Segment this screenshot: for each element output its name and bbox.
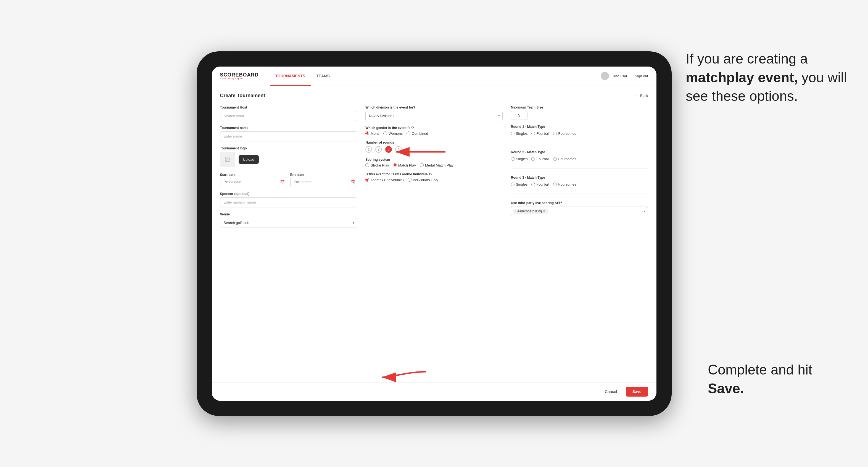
round3-label: Round 3 - Match Type (511, 176, 648, 180)
form-column-1: Tournament Host Tournament name Tourname… (220, 105, 358, 228)
round1-fourball[interactable]: Fourball (531, 131, 549, 135)
sign-out-link[interactable]: Sign out (635, 74, 648, 78)
round-3[interactable]: 3 (385, 146, 392, 153)
start-date-input[interactable] (220, 177, 287, 187)
max-team-size-group: Maximum Team Size (511, 105, 648, 120)
round3-match-options: Singles Fourball Foursomes (511, 182, 648, 186)
divider-2 (511, 168, 648, 168)
round2-singles[interactable]: Singles (511, 157, 528, 161)
annotation-right-bold: matchplay event, (686, 70, 798, 85)
api-tag: Leaderboard King ✕ (514, 209, 548, 214)
logo-text: SCOREBOARD (220, 72, 259, 77)
round3-match-type-group: Round 3 - Match Type Singles Fourball (511, 176, 648, 186)
form-columns: Tournament Host Tournament name Tourname… (220, 105, 648, 228)
tournament-logo-group: Tournament logo Upload (220, 146, 358, 167)
teams-radio-group: Teams (+Individuals) Individuals Only (365, 178, 503, 182)
logo-area: SCOREBOARD Powered by clippit (220, 72, 259, 80)
tournament-host-label: Tournament Host (220, 105, 358, 110)
venue-label: Venue (220, 212, 358, 216)
individuals-option[interactable]: Individuals Only (408, 178, 438, 182)
form-header: Create Tournament ← Back (220, 93, 648, 99)
round1-singles[interactable]: Singles (511, 131, 528, 135)
tournament-name-label: Tournament name (220, 126, 358, 130)
tablet-frame: SCOREBOARD Powered by clippit TOURNAMENT… (197, 51, 672, 416)
round3-fourball[interactable]: Fourball (531, 182, 549, 186)
gender-label: Which gender is the event for? (365, 126, 503, 130)
dates-group: Start date 📅 End date (220, 172, 358, 187)
arrow-bottom-svg (379, 364, 429, 385)
tab-tournaments[interactable]: TOURNAMENTS (270, 67, 311, 86)
round1-match-options: Singles Fourball Foursomes (511, 131, 648, 135)
gender-combined[interactable]: Combined (406, 131, 428, 135)
gender-mens[interactable]: Mens (365, 131, 379, 135)
cancel-button[interactable]: Cancel (599, 386, 622, 397)
tag-close-icon[interactable]: ✕ (543, 209, 546, 213)
tournament-host-input[interactable] (220, 111, 358, 121)
round1-match-type-group: Round 1 - Match Type Singles Fourball (511, 125, 648, 135)
form-column-3: Maximum Team Size Round 1 - Match Type S… (511, 105, 648, 216)
gender-group: Which gender is the event for? Mens Wome… (365, 126, 503, 135)
teams-label: Is this event for Teams and/or Individua… (365, 172, 503, 176)
round1-foursomes[interactable]: Foursomes (553, 131, 576, 135)
svg-point-1 (226, 158, 227, 159)
upload-button[interactable]: Upload (239, 155, 259, 164)
avatar (601, 72, 609, 80)
round-2[interactable]: 2 (375, 146, 382, 153)
tournament-name-input[interactable] (220, 131, 358, 142)
api-label: Use third-party live scoring API? (511, 201, 648, 205)
calendar-icon-end: 📅 (350, 180, 355, 184)
annotation-bottom-text1: Complete and hit (708, 362, 812, 377)
tournament-host-group: Tournament Host (220, 105, 358, 121)
round3-singles[interactable]: Singles (511, 182, 528, 186)
round2-fourball[interactable]: Fourball (531, 157, 549, 161)
nav-bar: SCOREBOARD Powered by clippit TOURNAMENT… (212, 67, 656, 86)
sponsor-input[interactable] (220, 197, 358, 208)
max-team-size-label: Maximum Team Size (511, 105, 648, 110)
gender-womens[interactable]: Womens (383, 131, 403, 135)
annotation-right: If you are creating a matchplay event, y… (686, 50, 851, 106)
round2-label: Round 2 - Match Type (511, 150, 648, 154)
sponsor-group: Sponsor (optional) (220, 192, 358, 208)
scoring-match[interactable]: Match Play (393, 163, 416, 167)
annotation-bottom-bold: Save. (708, 381, 744, 396)
divider-1 (511, 143, 648, 143)
chevron-down-icon: ▾ (644, 209, 645, 213)
user-name: Test User (612, 74, 627, 78)
tab-teams[interactable]: TEAMS (311, 67, 335, 86)
save-button[interactable]: Save (626, 386, 648, 397)
form-footer: Cancel Save (212, 382, 656, 401)
annotation-right-text1: If you are creating a (686, 51, 808, 67)
tournament-name-group: Tournament name (220, 126, 358, 142)
back-button[interactable]: ← Back (636, 94, 648, 98)
round2-foursomes[interactable]: Foursomes (553, 157, 576, 161)
logo-placeholder (220, 152, 235, 167)
round-1[interactable]: 1 (365, 146, 372, 153)
max-team-size-input[interactable] (511, 111, 527, 120)
nav-tabs: TOURNAMENTS TEAMS (270, 67, 336, 86)
division-select[interactable]: NCAA Division I (365, 111, 503, 121)
logo-upload-area: Upload (220, 152, 358, 167)
end-date-label: End date (290, 173, 304, 177)
round3-foursomes[interactable]: Foursomes (553, 182, 576, 186)
tournament-logo-label: Tournament logo (220, 146, 358, 150)
round2-match-type-group: Round 2 - Match Type Singles Fourball (511, 150, 648, 161)
tablet-screen: SCOREBOARD Powered by clippit TOURNAMENT… (212, 67, 656, 401)
sponsor-label: Sponsor (optional) (220, 192, 358, 196)
teams-option[interactable]: Teams (+Individuals) (365, 178, 404, 182)
annotation-bottom: Complete and hit Save. (708, 361, 851, 398)
round2-match-options: Singles Fourball Foursomes (511, 157, 648, 161)
gender-radio-group: Mens Womens Combined (365, 131, 503, 135)
api-select[interactable]: Leaderboard King ✕ ▾ (511, 207, 648, 216)
venue-select[interactable]: Search golf club (220, 218, 358, 228)
start-date-label: Start date (220, 173, 235, 177)
main-content: Create Tournament ← Back Tournament Host… (212, 86, 656, 382)
scoring-stroke[interactable]: Stroke Play (365, 163, 389, 167)
end-date-input[interactable] (290, 177, 357, 187)
nav-left: SCOREBOARD Powered by clippit TOURNAMENT… (220, 67, 336, 86)
teams-group: Is this event for Teams and/or Individua… (365, 172, 503, 182)
arrow-right-svg (393, 141, 448, 163)
calendar-icon: 📅 (280, 180, 285, 184)
logo-sub: Powered by clippit (220, 77, 259, 80)
scoring-medal[interactable]: Medal Match Play (420, 163, 454, 167)
nav-right: Test User | Sign out (601, 72, 648, 80)
